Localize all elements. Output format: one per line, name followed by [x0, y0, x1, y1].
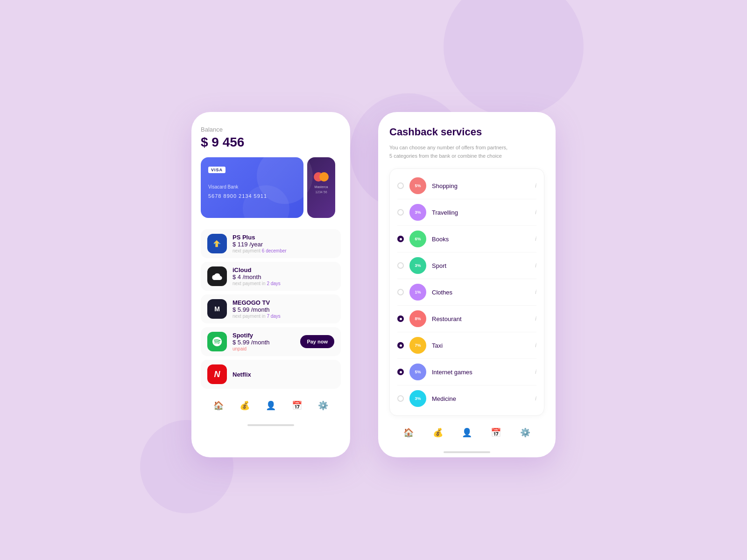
- radio-travelling[interactable]: [397, 209, 404, 216]
- radio-restaurant[interactable]: [397, 315, 404, 322]
- radio-sport[interactable]: [397, 262, 404, 269]
- spotify-name: Spotify: [233, 332, 295, 339]
- info-internet-games[interactable]: i: [535, 369, 536, 375]
- netflix-icon: N: [207, 364, 227, 384]
- megogo-price: $ 5.99 /month: [233, 306, 334, 313]
- subscription-item-netflix: N Netflix: [201, 360, 341, 389]
- name-clothes: Clothes: [432, 289, 529, 296]
- bottom-nav-right: 🏠 💰 👤 📅 ⚙️: [389, 420, 544, 448]
- radio-clothes[interactable]: [397, 289, 404, 295]
- spotify-icon: [207, 332, 227, 351]
- spotify-status: unpaid: [233, 346, 295, 351]
- category-sport[interactable]: 3% Sport i: [390, 252, 544, 279]
- category-internet-games[interactable]: 5% Internet games i: [390, 359, 544, 385]
- cards-container: VISA Visacard Bank 5678 8900 2134 5911 M…: [201, 157, 341, 218]
- card-bank-name: Visacard Bank: [208, 184, 296, 189]
- nav-profile-r[interactable]: 👤: [461, 427, 472, 438]
- cashback-title: Cashback services: [389, 126, 544, 138]
- radio-medicine[interactable]: [397, 395, 404, 402]
- nav-calendar-r[interactable]: 📅: [490, 427, 501, 438]
- info-books[interactable]: i: [535, 236, 536, 242]
- info-sport[interactable]: i: [535, 262, 536, 269]
- deco-circle-1: [444, 0, 584, 117]
- card-secondary[interactable]: Masterca 1234 56: [307, 157, 335, 218]
- name-travelling: Travelling: [432, 209, 529, 216]
- balance-amount: $ 9 456: [201, 135, 341, 150]
- nav-profile[interactable]: 👤: [265, 400, 276, 411]
- nav-wallet-r[interactable]: 💰: [432, 427, 444, 438]
- spotify-info: Spotify $ 5.99 /month unpaid: [233, 332, 295, 351]
- svg-rect-1: [218, 243, 221, 244]
- badge-books: 6%: [409, 231, 426, 247]
- home-indicator-right: [444, 451, 490, 453]
- nav-home[interactable]: 🏠: [213, 400, 224, 411]
- nav-home-r[interactable]: 🏠: [403, 427, 414, 438]
- info-taxi[interactable]: i: [535, 342, 536, 349]
- megogo-name: MEGOGO TV: [233, 299, 334, 306]
- name-internet-games: Internet games: [432, 369, 529, 376]
- bottom-nav-left: 🏠 💰 👤 📅 ⚙️: [201, 392, 341, 420]
- badge-clothes: 1%: [409, 284, 426, 301]
- balance-label: Balance: [201, 126, 341, 133]
- category-restaurant[interactable]: 8% Restourant i: [390, 306, 544, 332]
- subscription-item-icloud: iCloud $ 4 /month next payment in 2 days: [201, 262, 341, 291]
- badge-restaurant: 8%: [409, 310, 426, 327]
- name-sport: Sport: [432, 262, 529, 269]
- pay-now-button[interactable]: Pay now: [300, 335, 334, 348]
- icloud-next: next payment in 2 days: [233, 281, 334, 286]
- ps-info: PS Plus $ 119 /year next payment 6 decem…: [233, 234, 334, 253]
- category-travelling[interactable]: 3% Travelling i: [390, 199, 544, 225]
- ps-price: $ 119 /year: [233, 241, 334, 248]
- nav-settings-r[interactable]: ⚙️: [520, 427, 531, 438]
- categories-box: 5% Shopping i 3% Travelling i 6% Books i: [389, 168, 544, 416]
- category-shopping[interactable]: 5% Shopping i: [390, 173, 544, 199]
- info-shopping[interactable]: i: [535, 182, 536, 189]
- ps-icon: [207, 234, 227, 253]
- subscription-item-megogo: M MEGOGO TV $ 5.99 /month next payment i…: [201, 294, 341, 323]
- ps-name: PS Plus: [233, 234, 334, 241]
- card-secondary-num: 1234 56: [315, 190, 327, 194]
- badge-internet-games: 5%: [409, 364, 426, 380]
- icloud-price: $ 4 /month: [233, 273, 334, 280]
- badge-travelling: 3%: [409, 204, 426, 221]
- info-travelling[interactable]: i: [535, 209, 536, 216]
- radio-shopping[interactable]: [397, 182, 404, 189]
- info-restaurant[interactable]: i: [535, 315, 536, 322]
- megogo-icon: M: [207, 299, 227, 319]
- name-books: Books: [432, 236, 529, 243]
- icloud-name: iCloud: [233, 266, 334, 273]
- nav-wallet[interactable]: 💰: [239, 400, 250, 411]
- subscription-list: PS Plus $ 119 /year next payment 6 decem…: [201, 229, 341, 389]
- card-secondary-brand: Masterca: [315, 185, 328, 189]
- megogo-info: MEGOGO TV $ 5.99 /month next payment in …: [233, 299, 334, 319]
- badge-shopping: 5%: [409, 177, 426, 194]
- name-shopping: Shopping: [432, 182, 529, 189]
- netflix-info: Netflix: [233, 371, 334, 378]
- card-main[interactable]: VISA Visacard Bank 5678 8900 2134 5911: [201, 157, 303, 218]
- visa-logo: VISA: [208, 167, 226, 173]
- radio-internet-games[interactable]: [397, 369, 404, 375]
- radio-taxi[interactable]: [397, 342, 404, 349]
- subscription-item-ps: PS Plus $ 119 /year next payment 6 decem…: [201, 229, 341, 258]
- card-number: 5678 8900 2134 5911: [208, 193, 296, 199]
- category-books[interactable]: 6% Books i: [390, 226, 544, 252]
- category-taxi[interactable]: 7% Taxi i: [390, 332, 544, 358]
- spotify-price: $ 5.99 /month: [233, 339, 295, 346]
- subscription-item-spotify: Spotify $ 5.99 /month unpaid Pay now: [201, 327, 341, 356]
- cashback-desc: You can choose any number of offers from…: [389, 144, 544, 160]
- nav-calendar[interactable]: 📅: [291, 400, 303, 411]
- phone-right: Cashback services You can choose any num…: [378, 112, 556, 457]
- nav-settings[interactable]: ⚙️: [317, 400, 329, 411]
- radio-books[interactable]: [397, 236, 404, 242]
- phone-left: Balance $ 9 456 VISA Visacard Bank 5678 …: [191, 112, 350, 457]
- category-clothes[interactable]: 1% Clothes i: [390, 279, 544, 305]
- home-indicator-left: [247, 424, 294, 426]
- info-medicine[interactable]: i: [535, 395, 536, 402]
- info-clothes[interactable]: i: [535, 289, 536, 295]
- category-medicine[interactable]: 3% Medicine i: [390, 385, 544, 412]
- icloud-icon: [207, 266, 227, 286]
- badge-medicine: 3%: [409, 390, 426, 407]
- netflix-name: Netflix: [233, 371, 334, 378]
- badge-taxi: 7%: [409, 337, 426, 354]
- name-medicine: Medicine: [432, 395, 529, 402]
